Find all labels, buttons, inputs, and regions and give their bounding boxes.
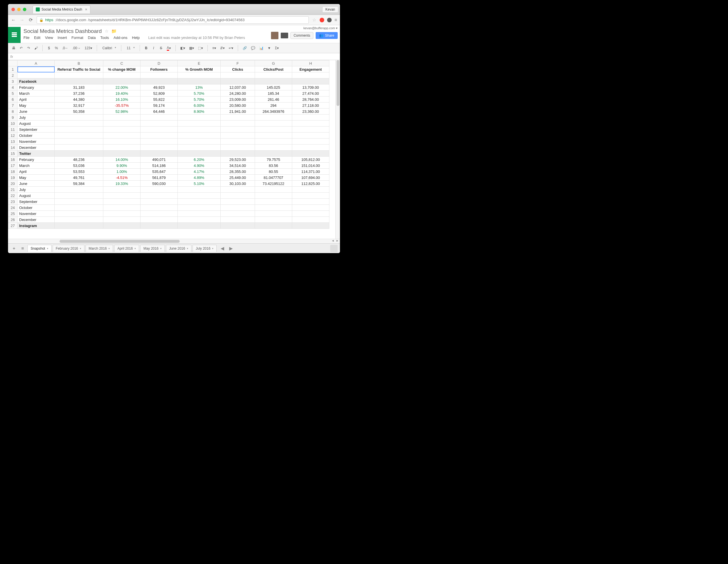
- cell[interactable]: 490,071: [141, 157, 178, 163]
- column-header-E[interactable]: E: [178, 60, 221, 66]
- cell[interactable]: [141, 144, 178, 151]
- browser-tab[interactable]: Social Media Metrics Dash ×: [33, 5, 90, 13]
- row-header[interactable]: 4: [8, 84, 17, 90]
- cell[interactable]: 5.70%: [178, 96, 221, 102]
- cell[interactable]: 4.90%: [178, 163, 221, 169]
- cell[interactable]: [103, 144, 141, 151]
- sheet-tab[interactable]: Snapshot▾: [27, 245, 52, 252]
- cell[interactable]: [103, 126, 141, 132]
- merge-cells-button[interactable]: ⬚▾: [197, 45, 204, 52]
- cell[interactable]: 83.56: [255, 163, 292, 169]
- cell[interactable]: 81.0477707: [255, 175, 292, 181]
- cell[interactable]: May: [17, 175, 55, 181]
- cell[interactable]: [55, 132, 103, 138]
- cell[interactable]: [103, 211, 141, 217]
- sheet-tab-menu-icon[interactable]: ▾: [134, 247, 136, 250]
- cell[interactable]: February: [17, 84, 55, 90]
- italic-button[interactable]: I: [151, 45, 157, 52]
- cell[interactable]: [292, 199, 329, 205]
- cell[interactable]: 73.42195122: [255, 181, 292, 187]
- select-all-corner[interactable]: [8, 60, 17, 66]
- cell[interactable]: [221, 126, 255, 132]
- cell[interactable]: [178, 78, 221, 84]
- cell[interactable]: 16.10%: [103, 96, 141, 102]
- bold-button[interactable]: B: [143, 45, 149, 52]
- cell[interactable]: 79.7575: [255, 157, 292, 163]
- horizontal-scrollbar[interactable]: ◄►: [8, 239, 340, 243]
- collaborator-avatar[interactable]: [271, 32, 278, 39]
- cell[interactable]: [221, 217, 255, 223]
- cell[interactable]: % change MOM: [103, 66, 141, 72]
- cell[interactable]: [55, 151, 103, 157]
- cell[interactable]: 9.90%: [103, 163, 141, 169]
- cell[interactable]: 294: [255, 102, 292, 108]
- sheet-tab[interactable]: July 2016▾: [193, 245, 217, 252]
- document-title[interactable]: Social Media Metrics Dashboard: [23, 28, 102, 34]
- cell[interactable]: 27,118.00: [292, 102, 329, 108]
- cell[interactable]: [178, 132, 221, 138]
- format-currency-button[interactable]: $: [46, 45, 52, 52]
- cell[interactable]: [103, 138, 141, 144]
- menu-insert[interactable]: Insert: [58, 35, 67, 40]
- cell[interactable]: [178, 72, 221, 78]
- row-header[interactable]: 12: [8, 132, 17, 138]
- cell[interactable]: [178, 138, 221, 144]
- cell[interactable]: [17, 72, 55, 78]
- cell[interactable]: [178, 205, 221, 211]
- cell[interactable]: 50,358: [55, 108, 103, 114]
- cell[interactable]: 24,280.00: [221, 90, 255, 96]
- pocket-icon[interactable]: [327, 18, 332, 22]
- cell[interactable]: [292, 193, 329, 199]
- cell[interactable]: [178, 151, 221, 157]
- row-header[interactable]: 14: [8, 144, 17, 151]
- cell[interactable]: [178, 199, 221, 205]
- cell[interactable]: February: [17, 157, 55, 163]
- row-header[interactable]: 2: [8, 72, 17, 78]
- sheet-tab[interactable]: June 2016▾: [166, 245, 191, 252]
- menu-help[interactable]: Help: [132, 35, 140, 40]
- move-folder-icon[interactable]: 📁: [111, 29, 117, 34]
- strikethrough-button[interactable]: S: [158, 45, 164, 52]
- row-header[interactable]: 6: [8, 96, 17, 102]
- cell[interactable]: [221, 211, 255, 217]
- cell[interactable]: [255, 114, 292, 120]
- insert-link-icon[interactable]: 🔗: [242, 45, 248, 52]
- row-header[interactable]: 23: [8, 199, 17, 205]
- cell[interactable]: 31,183: [55, 84, 103, 90]
- cell[interactable]: [255, 151, 292, 157]
- cell[interactable]: [178, 144, 221, 151]
- cell[interactable]: [141, 223, 178, 229]
- cell[interactable]: [255, 120, 292, 126]
- cell[interactable]: [292, 223, 329, 229]
- cell[interactable]: [141, 217, 178, 223]
- cell[interactable]: [221, 187, 255, 193]
- cell[interactable]: [141, 199, 178, 205]
- cell[interactable]: [255, 126, 292, 132]
- cell[interactable]: 44,380: [55, 96, 103, 102]
- cell[interactable]: September: [17, 199, 55, 205]
- cell[interactable]: [103, 199, 141, 205]
- cell[interactable]: [255, 187, 292, 193]
- cell[interactable]: June: [17, 108, 55, 114]
- cell[interactable]: [55, 193, 103, 199]
- cell[interactable]: 28,764.00: [292, 96, 329, 102]
- cell[interactable]: [55, 223, 103, 229]
- cell[interactable]: 23,360.00: [292, 108, 329, 114]
- cell[interactable]: [292, 205, 329, 211]
- sheet-tab-menu-icon[interactable]: ▾: [47, 247, 48, 250]
- cell[interactable]: [55, 205, 103, 211]
- cell[interactable]: [103, 120, 141, 126]
- cell[interactable]: [292, 78, 329, 84]
- sheet-tab-menu-icon[interactable]: ▾: [108, 247, 110, 250]
- chat-icon[interactable]: [281, 33, 288, 38]
- cell[interactable]: Clicks/Post: [255, 66, 292, 72]
- sheet-tab-menu-icon[interactable]: ▾: [80, 247, 81, 250]
- cell[interactable]: Clicks: [221, 66, 255, 72]
- cell[interactable]: [221, 205, 255, 211]
- cell[interactable]: Engagement: [292, 66, 329, 72]
- cell[interactable]: 13%: [178, 84, 221, 90]
- cell[interactable]: 59,174: [141, 102, 178, 108]
- cell[interactable]: September: [17, 126, 55, 132]
- cell[interactable]: 19.40%: [103, 90, 141, 96]
- cell[interactable]: 114,371.00: [292, 169, 329, 175]
